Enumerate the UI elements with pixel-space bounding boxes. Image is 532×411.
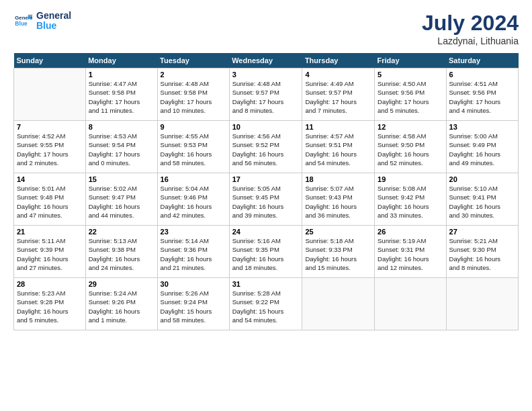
cell-info: Sunrise: 5:23 AM Sunset: 9:28 PM Dayligh… — [17, 289, 83, 324]
cell-info: Sunrise: 5:13 AM Sunset: 9:38 PM Dayligh… — [89, 236, 154, 272]
day-number: 26 — [378, 228, 443, 236]
cell-info: Sunrise: 5:18 AM Sunset: 9:33 PM Dayligh… — [305, 236, 371, 272]
weekday-header-saturday: Saturday — [446, 53, 518, 68]
calendar-week-2: 7Sunrise: 4:52 AM Sunset: 9:55 PM Daylig… — [14, 121, 519, 173]
month-year: July 2024 — [422, 11, 519, 36]
calendar-week-4: 21Sunrise: 5:11 AM Sunset: 9:39 PM Dayli… — [14, 226, 519, 278]
cell-info: Sunrise: 4:48 AM Sunset: 9:57 PM Dayligh… — [232, 79, 300, 115]
cell-info: Sunrise: 4:53 AM Sunset: 9:54 PM Dayligh… — [89, 132, 154, 167]
calendar-cell: 31Sunrise: 5:28 AM Sunset: 9:22 PM Dayli… — [229, 278, 302, 330]
calendar-cell: 10Sunrise: 4:56 AM Sunset: 9:52 PM Dayli… — [229, 121, 302, 173]
calendar-cell — [446, 278, 518, 330]
day-number: 15 — [89, 175, 154, 183]
day-number: 23 — [161, 228, 226, 236]
weekday-row: SundayMondayTuesdayWednesdayThursdayFrid… — [14, 53, 519, 68]
page: General Blue General Blue July 2024 Lazd… — [0, 0, 532, 411]
calendar-cell: 4Sunrise: 4:49 AM Sunset: 9:57 PM Daylig… — [302, 68, 375, 121]
logo-icon: General Blue — [13, 11, 32, 30]
calendar-cell: 3Sunrise: 4:48 AM Sunset: 9:57 PM Daylig… — [229, 68, 302, 121]
weekday-header-sunday: Sunday — [14, 53, 86, 68]
calendar-cell: 1Sunrise: 4:47 AM Sunset: 9:58 PM Daylig… — [85, 68, 157, 121]
calendar-cell: 18Sunrise: 5:07 AM Sunset: 9:43 PM Dayli… — [302, 173, 375, 226]
svg-text:Blue: Blue — [15, 20, 28, 27]
calendar-cell: 20Sunrise: 5:10 AM Sunset: 9:41 PM Dayli… — [446, 173, 518, 226]
cell-info: Sunrise: 5:00 AM Sunset: 9:49 PM Dayligh… — [449, 132, 515, 167]
calendar-cell: 13Sunrise: 5:00 AM Sunset: 9:49 PM Dayli… — [446, 121, 518, 173]
cell-info: Sunrise: 5:01 AM Sunset: 9:48 PM Dayligh… — [17, 184, 83, 220]
cell-info: Sunrise: 5:08 AM Sunset: 9:42 PM Dayligh… — [378, 184, 443, 220]
cell-info: Sunrise: 4:55 AM Sunset: 9:53 PM Dayligh… — [161, 132, 226, 167]
cell-info: Sunrise: 4:57 AM Sunset: 9:51 PM Dayligh… — [305, 132, 371, 167]
cell-info: Sunrise: 5:07 AM Sunset: 9:43 PM Dayligh… — [305, 184, 371, 220]
day-number: 1 — [89, 71, 154, 79]
cell-info: Sunrise: 5:16 AM Sunset: 9:35 PM Dayligh… — [232, 236, 300, 272]
day-number: 17 — [232, 175, 300, 183]
calendar-cell — [375, 278, 447, 330]
calendar-cell: 24Sunrise: 5:16 AM Sunset: 9:35 PM Dayli… — [229, 226, 302, 278]
day-number: 16 — [161, 175, 226, 183]
calendar-cell: 11Sunrise: 4:57 AM Sunset: 9:51 PM Dayli… — [302, 121, 375, 173]
cell-info: Sunrise: 4:51 AM Sunset: 9:56 PM Dayligh… — [449, 79, 515, 115]
cell-info: Sunrise: 4:49 AM Sunset: 9:57 PM Dayligh… — [305, 79, 371, 115]
cell-info: Sunrise: 4:47 AM Sunset: 9:58 PM Dayligh… — [89, 79, 154, 115]
header: General Blue General Blue July 2024 Lazd… — [13, 11, 519, 46]
day-number: 20 — [449, 175, 515, 183]
cell-info: Sunrise: 5:10 AM Sunset: 9:41 PM Dayligh… — [449, 184, 515, 220]
day-number: 5 — [378, 71, 443, 79]
calendar-cell — [14, 68, 86, 121]
day-number: 11 — [305, 123, 371, 131]
cell-info: Sunrise: 5:28 AM Sunset: 9:22 PM Dayligh… — [232, 289, 300, 324]
calendar-cell: 5Sunrise: 4:50 AM Sunset: 9:56 PM Daylig… — [375, 68, 447, 121]
day-number: 28 — [17, 280, 83, 288]
calendar-cell: 9Sunrise: 4:55 AM Sunset: 9:53 PM Daylig… — [157, 121, 229, 173]
day-number: 21 — [17, 228, 83, 236]
calendar-cell: 8Sunrise: 4:53 AM Sunset: 9:54 PM Daylig… — [85, 121, 157, 173]
day-number: 18 — [305, 175, 371, 183]
calendar-cell: 26Sunrise: 5:19 AM Sunset: 9:31 PM Dayli… — [375, 226, 447, 278]
cell-info: Sunrise: 5:24 AM Sunset: 9:26 PM Dayligh… — [89, 289, 154, 324]
day-number: 31 — [232, 280, 300, 288]
day-number: 30 — [161, 280, 226, 288]
cell-info: Sunrise: 5:26 AM Sunset: 9:24 PM Dayligh… — [161, 289, 226, 324]
cell-info: Sunrise: 5:21 AM Sunset: 9:30 PM Dayligh… — [449, 236, 515, 272]
calendar-cell: 6Sunrise: 4:51 AM Sunset: 9:56 PM Daylig… — [446, 68, 518, 121]
day-number: 2 — [161, 71, 226, 79]
calendar-cell: 30Sunrise: 5:26 AM Sunset: 9:24 PM Dayli… — [157, 278, 229, 330]
calendar-cell: 7Sunrise: 4:52 AM Sunset: 9:55 PM Daylig… — [14, 121, 86, 173]
day-number: 7 — [17, 123, 83, 131]
calendar-cell: 2Sunrise: 4:48 AM Sunset: 9:58 PM Daylig… — [157, 68, 229, 121]
day-number: 19 — [378, 175, 443, 183]
cell-info: Sunrise: 5:05 AM Sunset: 9:45 PM Dayligh… — [232, 184, 300, 220]
day-number: 12 — [378, 123, 443, 131]
cell-info: Sunrise: 5:19 AM Sunset: 9:31 PM Dayligh… — [378, 236, 443, 272]
day-number: 27 — [449, 228, 515, 236]
day-number: 4 — [305, 71, 371, 79]
calendar-cell: 25Sunrise: 5:18 AM Sunset: 9:33 PM Dayli… — [302, 226, 375, 278]
calendar-cell — [302, 278, 375, 330]
calendar-cell: 23Sunrise: 5:14 AM Sunset: 9:36 PM Dayli… — [157, 226, 229, 278]
cell-info: Sunrise: 4:52 AM Sunset: 9:55 PM Dayligh… — [17, 132, 83, 167]
calendar-cell: 22Sunrise: 5:13 AM Sunset: 9:38 PM Dayli… — [85, 226, 157, 278]
logo-text: General Blue — [36, 11, 71, 32]
calendar-cell: 17Sunrise: 5:05 AM Sunset: 9:45 PM Dayli… — [229, 173, 302, 226]
cell-info: Sunrise: 5:14 AM Sunset: 9:36 PM Dayligh… — [161, 236, 226, 272]
calendar-cell: 28Sunrise: 5:23 AM Sunset: 9:28 PM Dayli… — [14, 278, 86, 330]
calendar-cell: 27Sunrise: 5:21 AM Sunset: 9:30 PM Dayli… — [446, 226, 518, 278]
calendar-table: SundayMondayTuesdayWednesdayThursdayFrid… — [13, 53, 519, 330]
weekday-header-wednesday: Wednesday — [229, 53, 302, 68]
cell-info: Sunrise: 4:58 AM Sunset: 9:50 PM Dayligh… — [378, 132, 443, 167]
calendar-cell: 16Sunrise: 5:04 AM Sunset: 9:46 PM Dayli… — [157, 173, 229, 226]
calendar-header: SundayMondayTuesdayWednesdayThursdayFrid… — [14, 53, 519, 68]
weekday-header-friday: Friday — [375, 53, 447, 68]
calendar-body: 1Sunrise: 4:47 AM Sunset: 9:58 PM Daylig… — [14, 68, 519, 330]
calendar-week-1: 1Sunrise: 4:47 AM Sunset: 9:58 PM Daylig… — [14, 68, 519, 121]
day-number: 9 — [161, 123, 226, 131]
calendar-cell: 19Sunrise: 5:08 AM Sunset: 9:42 PM Dayli… — [375, 173, 447, 226]
cell-info: Sunrise: 5:11 AM Sunset: 9:39 PM Dayligh… — [17, 236, 83, 272]
calendar-cell: 29Sunrise: 5:24 AM Sunset: 9:26 PM Dayli… — [85, 278, 157, 330]
day-number: 24 — [232, 228, 300, 236]
weekday-header-tuesday: Tuesday — [157, 53, 229, 68]
calendar-cell: 15Sunrise: 5:02 AM Sunset: 9:47 PM Dayli… — [85, 173, 157, 226]
day-number: 8 — [89, 123, 154, 131]
weekday-header-thursday: Thursday — [302, 53, 375, 68]
